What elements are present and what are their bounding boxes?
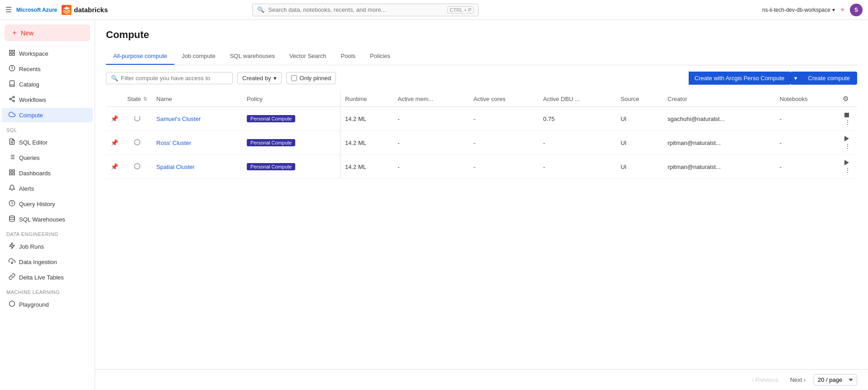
plus-icon: ＋ bbox=[11, 28, 18, 38]
svg-rect-0 bbox=[9, 50, 11, 52]
row1-source-cell: UI bbox=[616, 107, 663, 131]
row3-source-cell: UI bbox=[616, 155, 663, 179]
row1-active-cores-cell: - bbox=[469, 107, 539, 131]
content-header: Compute All-purpose compute Job compute … bbox=[95, 20, 868, 65]
create-split-dropdown[interactable]: ▾ bbox=[790, 72, 801, 85]
row3-pin-cell[interactable]: 📌 bbox=[106, 155, 123, 179]
svg-rect-19 bbox=[12, 170, 14, 172]
row3-notebooks-cell: - bbox=[775, 155, 838, 179]
row3-runtime-cell: 14.2 ML bbox=[340, 155, 393, 179]
compute-table: State ⇅ Name Policy Runtime Active mem..… bbox=[106, 91, 857, 179]
row1-policy-cell: Personal Compute bbox=[242, 107, 340, 131]
compute-icon bbox=[8, 111, 15, 119]
tab-all-purpose[interactable]: All-purpose compute bbox=[106, 48, 174, 65]
sidebar-item-job-runs[interactable]: Job Runs bbox=[2, 239, 93, 254]
next-button[interactable]: Next › bbox=[786, 375, 809, 385]
sidebar-item-workflows[interactable]: Workflows bbox=[2, 92, 93, 107]
row2-more-icon[interactable]: ⋮ bbox=[843, 142, 853, 151]
chevron-down-icon: ▾ bbox=[832, 7, 835, 13]
row1-notebooks-cell: - bbox=[775, 107, 838, 131]
sidebar-item-playground[interactable]: Playground bbox=[2, 297, 93, 312]
chevron-right-icon: › bbox=[804, 376, 806, 383]
row2-pin-cell[interactable]: 📌 bbox=[106, 131, 123, 155]
filter-input[interactable] bbox=[121, 75, 228, 82]
create-with-arcgis-button[interactable]: Create with Arcgis Perso Compute bbox=[689, 72, 790, 85]
previous-button[interactable]: ‹ Previous bbox=[748, 375, 782, 385]
tabs-bar: All-purpose compute Job compute SQL ware… bbox=[106, 48, 857, 65]
create-compute-button[interactable]: Create compute bbox=[801, 72, 858, 85]
new-button[interactable]: ＋ New bbox=[5, 24, 90, 41]
col-header-source: Source bbox=[616, 91, 663, 107]
row2-creator-cell: rpitman@naturalst... bbox=[663, 131, 775, 155]
sidebar-item-alerts[interactable]: Alerts bbox=[2, 181, 93, 196]
row1-state-icon bbox=[134, 115, 140, 121]
row1-pin-cell[interactable]: 📌 bbox=[106, 107, 123, 131]
sidebar-item-recents[interactable]: Recents bbox=[2, 62, 93, 76]
queries-icon bbox=[8, 154, 15, 162]
row1-cluster-link[interactable]: Samuel's Cluster bbox=[156, 116, 201, 122]
table-row: 📌 Ross' Cluster Personal Compute 14.2 ML bbox=[106, 131, 857, 155]
row3-state-cell bbox=[123, 155, 152, 179]
created-by-dropdown[interactable]: Created by ▾ bbox=[237, 72, 282, 84]
sidebar-item-queries[interactable]: Queries bbox=[2, 150, 93, 165]
sidebar-item-delta-live-tables[interactable]: Delta Live Tables bbox=[2, 270, 93, 284]
sidebar-item-compute[interactable]: Compute bbox=[2, 108, 93, 122]
search-input-wrap[interactable]: 🔍 CTRL + P bbox=[252, 4, 479, 16]
svg-line-9 bbox=[11, 97, 13, 98]
svg-point-6 bbox=[9, 98, 11, 100]
row1-name-cell: Samuel's Cluster bbox=[152, 107, 242, 131]
alerts-icon bbox=[8, 184, 15, 193]
table-row: 📌 Spatial Cluster Personal Compute 14.2 bbox=[106, 155, 857, 179]
row2-state-icon bbox=[134, 139, 140, 145]
sidebar-item-workspace[interactable]: Workspace bbox=[2, 46, 93, 61]
sidebar-item-data-ingestion[interactable]: Data Ingestion bbox=[2, 255, 93, 269]
sidebar-item-sql-editor[interactable]: SQL Editor bbox=[2, 135, 93, 149]
table-settings-icon[interactable]: ⚙ bbox=[843, 95, 849, 102]
row2-policy-cell: Personal Compute bbox=[242, 131, 340, 155]
sidebar-item-dashboards[interactable]: Dashboards bbox=[2, 166, 93, 180]
workspace-icon bbox=[8, 49, 15, 58]
only-pinned-checkbox-label[interactable]: Only pinned bbox=[286, 72, 336, 84]
star-icon[interactable]: ✦ bbox=[839, 5, 845, 14]
menu-icon[interactable]: ☰ bbox=[5, 5, 12, 14]
search-input[interactable] bbox=[268, 6, 444, 13]
page-size-select[interactable]: 10 / page 20 / page 50 / page 100 / page bbox=[814, 374, 857, 385]
row1-more-icon[interactable]: ⋮ bbox=[843, 118, 853, 127]
sidebar-label-delta-live-tables: Delta Live Tables bbox=[19, 274, 64, 281]
col-header-state[interactable]: State ⇅ bbox=[123, 91, 152, 107]
sidebar-label-data-ingestion: Data Ingestion bbox=[19, 259, 57, 265]
tab-sql-warehouses[interactable]: SQL warehouses bbox=[223, 48, 282, 65]
filter-input-wrap[interactable]: 🔍 bbox=[106, 72, 233, 84]
sidebar-item-sql-warehouses[interactable]: SQL Warehouses bbox=[2, 212, 93, 226]
row3-more-icon[interactable]: ⋮ bbox=[843, 166, 853, 175]
content-area: Compute All-purpose compute Job compute … bbox=[95, 20, 868, 390]
row3-state-icon bbox=[134, 163, 140, 169]
col-header-creator: Creator bbox=[663, 91, 775, 107]
row2-run-shape bbox=[844, 136, 849, 141]
tab-pools[interactable]: Pools bbox=[334, 48, 363, 65]
workflows-icon bbox=[8, 96, 15, 104]
row1-active-mem-cell: - bbox=[393, 107, 469, 131]
previous-label: Previous bbox=[755, 376, 778, 383]
search-bar: 🔍 CTRL + P bbox=[252, 4, 479, 16]
avatar[interactable]: S bbox=[850, 4, 863, 16]
job-runs-icon bbox=[8, 242, 15, 250]
sidebar-item-query-history[interactable]: Query History bbox=[2, 197, 93, 211]
workspace-selector[interactable]: ns-ii-tech-dev-db-workspace ▾ bbox=[762, 7, 835, 13]
svg-rect-18 bbox=[9, 170, 11, 172]
sidebar-item-catalog[interactable]: Catalog bbox=[2, 77, 93, 91]
table-header-row: State ⇅ Name Policy Runtime Active mem..… bbox=[106, 91, 857, 107]
sort-icon: ⇅ bbox=[143, 96, 147, 102]
databricks-icon bbox=[62, 5, 72, 15]
topbar-left: ☰ Microsoft Azure databricks bbox=[5, 5, 108, 15]
only-pinned-checkbox[interactable] bbox=[291, 75, 297, 81]
row2-cluster-link[interactable]: Ross' Cluster bbox=[156, 140, 191, 146]
toolbar-right: Create with Arcgis Perso Compute ▾ Creat… bbox=[689, 72, 857, 85]
tab-job-compute[interactable]: Job compute bbox=[174, 48, 222, 65]
query-history-icon bbox=[8, 200, 15, 208]
row3-cluster-link[interactable]: Spatial Cluster bbox=[156, 164, 195, 170]
sidebar-label-sql-warehouses: SQL Warehouses bbox=[19, 216, 65, 223]
tab-policies[interactable]: Policies bbox=[363, 48, 398, 65]
tab-vector-search[interactable]: Vector Search bbox=[282, 48, 334, 65]
row1-active-dbu-cell: 0.75 bbox=[539, 107, 616, 131]
